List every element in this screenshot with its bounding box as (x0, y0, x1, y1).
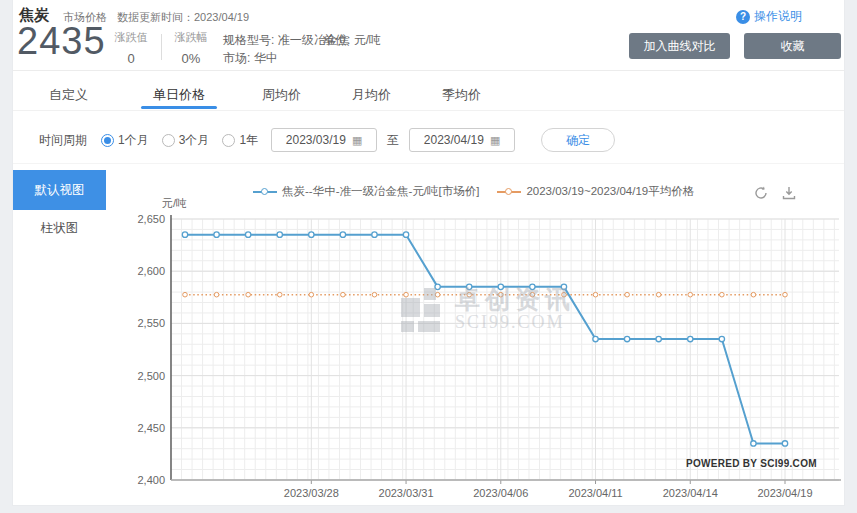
radio-1year[interactable]: 1年 (222, 132, 258, 149)
svg-text:2023/03/31: 2023/03/31 (379, 487, 434, 499)
powered-by-label: POWERED BY SCI99.COM (686, 458, 817, 469)
radio-1month-label: 1个月 (118, 132, 149, 149)
tab-monthly-avg[interactable]: 月均价 (352, 86, 391, 104)
svg-text:元/吨: 元/吨 (162, 197, 187, 209)
svg-text:2,650: 2,650 (137, 213, 165, 225)
start-date-input[interactable]: 2023/03/19 ▦ (271, 128, 377, 152)
svg-text:2023/04/19: 2023/04/19 (757, 487, 812, 499)
tab-quarterly-avg[interactable]: 季均价 (442, 86, 481, 104)
radio-1month[interactable]: 1个月 (101, 132, 149, 149)
svg-text:2023/03/28: 2023/03/28 (284, 487, 339, 499)
favorite-button[interactable]: 收藏 (744, 33, 841, 59)
change-pct-label: 涨跌幅 (169, 30, 213, 45)
content-card: 焦炭 市场价格 数据更新时间：2023/04/19 2435 涨跌值 0 涨跌幅… (12, 0, 845, 506)
data-update-time: 数据更新时间：2023/04/19 (117, 10, 249, 25)
help-link[interactable]: ? 操作说明 (736, 8, 802, 25)
change-value-label: 涨跌值 (109, 30, 153, 45)
divider (13, 163, 844, 164)
change-value-block: 涨跌值 0 (109, 30, 153, 66)
current-price: 2435 (17, 20, 106, 63)
calendar-icon: ▦ (352, 134, 362, 147)
radio-icon (222, 134, 235, 147)
period-label: 时间周期 (39, 132, 87, 149)
tab-custom[interactable]: 自定义 (49, 86, 88, 104)
svg-text:2,400: 2,400 (137, 474, 165, 486)
radio-1year-label: 1年 (239, 132, 258, 149)
question-icon: ? (736, 10, 750, 24)
svg-text:2023/04/06: 2023/04/06 (473, 487, 528, 499)
start-date-value: 2023/03/19 (286, 133, 346, 147)
market-label: 市场: 华中 (223, 50, 278, 67)
end-date-input[interactable]: 2023/04/19 ▦ (409, 128, 515, 152)
time-filter-bar: 时间周期 1个月 3个月 1年 2023/03/19 ▦ 至 2023/04/1… (39, 127, 615, 153)
divider (161, 34, 162, 60)
radio-selected-icon (101, 134, 114, 147)
radio-3month-label: 3个月 (179, 132, 210, 149)
confirm-button[interactable]: 确定 (541, 128, 615, 152)
radio-3month[interactable]: 3个月 (162, 132, 210, 149)
radio-icon (162, 134, 175, 147)
svg-text:2,600: 2,600 (137, 265, 165, 277)
divider (13, 70, 844, 71)
to-label: 至 (387, 132, 399, 149)
change-value: 0 (109, 51, 153, 66)
help-label: 操作说明 (754, 8, 802, 25)
active-tab-underline (141, 106, 217, 109)
svg-text:2023/04/11: 2023/04/11 (568, 487, 622, 499)
add-curve-compare-button[interactable]: 加入曲线对比 (629, 33, 730, 59)
change-pct-block: 涨跌幅 0% (169, 30, 213, 66)
calendar-icon: ▦ (490, 134, 500, 147)
change-pct: 0% (169, 51, 213, 66)
price-line-chart[interactable]: 2,6502,6002,5502,5002,4502,4002023/03/28… (113, 195, 846, 500)
svg-text:2,450: 2,450 (137, 422, 165, 434)
divider (13, 110, 844, 111)
tab-weekly-avg[interactable]: 周均价 (262, 86, 301, 104)
sidebar-item-default-view[interactable]: 默认视图 (13, 170, 106, 210)
svg-text:2,550: 2,550 (137, 317, 165, 329)
tab-daily-price[interactable]: 单日价格 (153, 86, 205, 104)
unit-label: 单位: 元/吨 (323, 32, 381, 49)
sidebar-item-bar-chart[interactable]: 柱状图 (13, 220, 106, 237)
svg-text:2023/04/14: 2023/04/14 (663, 487, 718, 499)
end-date-value: 2023/04/19 (424, 133, 484, 147)
svg-text:2,500: 2,500 (137, 370, 165, 382)
